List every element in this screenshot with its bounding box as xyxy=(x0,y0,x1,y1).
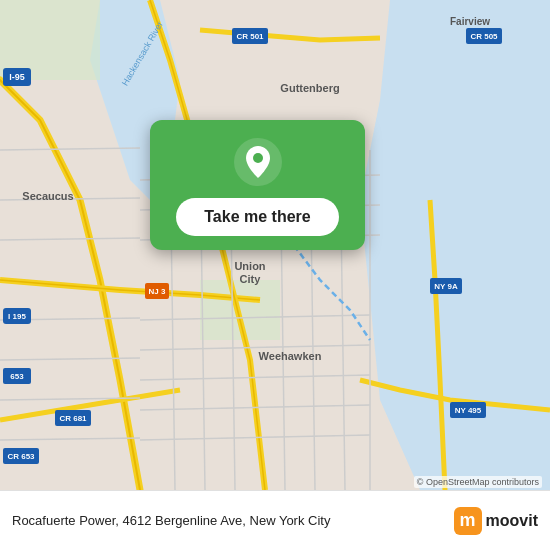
svg-text:CR 505: CR 505 xyxy=(470,32,498,41)
moovit-logo-icon: m xyxy=(454,507,482,535)
svg-text:NY 495: NY 495 xyxy=(455,406,482,415)
svg-text:653: 653 xyxy=(10,372,24,381)
svg-text:Weehawken: Weehawken xyxy=(259,350,322,362)
svg-text:I-95: I-95 xyxy=(9,72,25,82)
map-container: I-95 CR 501 CR 505 NJ 3 I 195 NY 9A NY 4… xyxy=(0,0,550,490)
moovit-logo-text: moovit xyxy=(486,512,538,530)
address-text: Rocafuerte Power, 4612 Bergenline Ave, N… xyxy=(12,513,454,528)
location-pin-icon xyxy=(234,138,282,186)
svg-text:CR 501: CR 501 xyxy=(236,32,264,41)
svg-text:Fairview: Fairview xyxy=(450,16,490,27)
svg-text:Guttenberg: Guttenberg xyxy=(280,82,339,94)
svg-text:NJ 3: NJ 3 xyxy=(149,287,166,296)
svg-point-55 xyxy=(253,153,263,163)
svg-text:CR 681: CR 681 xyxy=(59,414,87,423)
moovit-logo: m moovit xyxy=(454,507,538,535)
take-me-there-button[interactable]: Take me there xyxy=(176,198,338,236)
svg-text:Union: Union xyxy=(234,260,265,272)
svg-text:I 195: I 195 xyxy=(8,312,26,321)
svg-text:NY 9A: NY 9A xyxy=(434,282,458,291)
map-attribution: © OpenStreetMap contributors xyxy=(414,476,542,488)
popup-card: Take me there xyxy=(150,120,365,250)
svg-text:Secaucus: Secaucus xyxy=(22,190,73,202)
bottom-bar: Rocafuerte Power, 4612 Bergenline Ave, N… xyxy=(0,490,550,550)
svg-text:City: City xyxy=(240,273,262,285)
svg-text:CR 653: CR 653 xyxy=(7,452,35,461)
